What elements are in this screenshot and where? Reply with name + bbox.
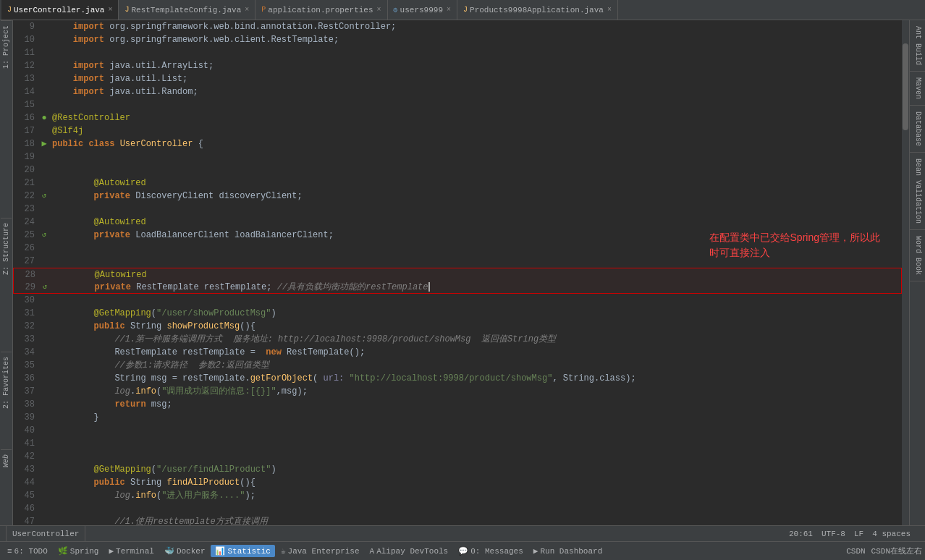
tab-close-icon[interactable]: × — [377, 6, 381, 14]
code-line-12: 12 import java.util.ArrayList; — [13, 59, 902, 72]
code-line-38: 38 return msg; — [13, 398, 902, 411]
code-line-18: 18 ▶ public class UserController { — [13, 137, 902, 150]
status-classname[interactable]: UserController — [6, 526, 85, 541]
java-enterprise-icon: ☕ — [281, 546, 286, 556]
editor-scrollbar[interactable] — [902, 20, 909, 525]
code-line-37: 37 log.info("调用成功返回的信息:[{}]",msg); — [13, 385, 902, 398]
tab-label: Products9998Application.java — [470, 6, 604, 14]
status-lineending: LF — [854, 530, 863, 538]
tab-close-icon[interactable]: × — [108, 6, 112, 14]
bottom-tool-todo[interactable]: ≡ 6: TODO — [3, 546, 52, 557]
code-line-35: 35 //参数1:请求路径 参数2:返回值类型 — [13, 359, 902, 372]
bottom-tool-docker[interactable]: 🐳 Docker — [160, 545, 210, 557]
terminal-label: Terminal — [116, 547, 154, 556]
code-line-13: 13 import java.util.List; — [13, 72, 902, 85]
reload-gutter-icon-25[interactable]: ↺ — [42, 229, 46, 242]
tab-bar: J UserController.java × J RestTemplateCo… — [0, 0, 925, 20]
code-line-16: 16 ● @RestController — [13, 111, 902, 124]
code-line-11: 11 — [13, 46, 902, 59]
reload-gutter-icon-22[interactable]: ↺ — [42, 190, 46, 203]
code-line-20: 20 — [13, 164, 902, 177]
tab-icon: J — [124, 6, 129, 14]
csdn-user-label: CSDN在线左右 — [871, 546, 922, 556]
bean-validation-panel[interactable]: Bean Validation — [910, 153, 925, 230]
bottom-tool-run-dashboard[interactable]: ▶ Run Dashboard — [529, 545, 607, 557]
code-line-23: 23 — [13, 203, 902, 216]
code-line-36: 36 String msg = restTemplate.getForObjec… — [13, 372, 902, 385]
code-line-42: 42 — [13, 450, 902, 463]
java-enterprise-label: Java Enterprise — [288, 547, 360, 556]
tab-close-icon[interactable]: × — [607, 6, 612, 14]
code-line-22: 22 ↺ private DiscoveryClient discoveryCl… — [13, 190, 902, 203]
tab-icon: J — [7, 6, 12, 14]
run-dashboard-label: Run Dashboard — [540, 547, 602, 556]
tab-application-properties[interactable]: P application.properties × — [255, 0, 387, 20]
status-indent: 4 spaces — [872, 530, 911, 538]
favorites-panel-label[interactable]: 2: Favorites — [1, 352, 12, 413]
messages-icon: 💬 — [458, 546, 468, 556]
annotation-popup: 在配置类中已交给Spring管理，所以此 时可直接注入 — [709, 230, 880, 260]
code-line-10: 10 import org.springframework.web.client… — [13, 33, 902, 46]
tab-icon: ⚙ — [394, 6, 398, 14]
tab-label: RestTemplateConfig.java — [131, 6, 241, 14]
tab-resttemplateconfig[interactable]: J RestTemplateConfig.java × — [119, 0, 255, 20]
code-line-45: 45 log.info("进入用户服务...."); — [13, 489, 902, 502]
run-gutter-icon-16[interactable]: ● — [41, 111, 46, 124]
code-line-34: 34 RestTemplate restTemplate = new RestT… — [13, 346, 902, 359]
tab-usercontroller[interactable]: J UserController.java × — [1, 0, 119, 20]
code-line-19: 19 — [13, 150, 902, 164]
code-line-39: 39 } — [13, 411, 902, 424]
code-line-29: 29 ↺ private RestTemplate restTemplate; … — [13, 281, 902, 294]
code-line-14: 14 import java.util.Random; — [13, 85, 902, 98]
code-line-44: 44 public String findAllProduct(){ — [13, 476, 902, 489]
code-line-47: 47 //1.使用resttemplate方式直接调用 — [13, 515, 902, 525]
status-position: 20:61 — [789, 530, 813, 538]
bottom-toolbar: ≡ 6: TODO 🌿 Spring ▶ Terminal 🐳 Docker 📊… — [0, 541, 925, 560]
alipay-label: Alipay DevTools — [376, 547, 448, 556]
run-dashboard-icon: ▶ — [533, 546, 538, 556]
bottom-tool-spring[interactable]: 🌿 Spring — [54, 545, 104, 557]
code-line-21: 21 @Autowired — [13, 177, 902, 190]
todo-icon: ≡ — [7, 547, 12, 556]
reload-gutter-icon-29[interactable]: ↺ — [43, 281, 47, 294]
database-panel[interactable]: Database — [910, 106, 925, 153]
status-bar: UserController 20:61 UTF-8 LF 4 spaces — [0, 525, 925, 541]
csdn-label: CSDN — [846, 547, 865, 556]
docker-label: Docker — [177, 547, 206, 556]
structure-panel-label[interactable]: Z: Structure — [1, 218, 12, 279]
code-line-15: 15 — [13, 98, 902, 111]
word-book-panel[interactable]: Word Book — [910, 230, 925, 281]
code-line-41: 41 — [13, 437, 902, 450]
bottom-tool-messages[interactable]: 💬 0: Messages — [454, 545, 528, 557]
bottom-tool-statistic[interactable]: 📊 Statistic — [211, 545, 274, 557]
ant-build-panel[interactable]: Ant Build — [910, 20, 925, 72]
code-line-28: 28 @Autowired — [13, 268, 902, 281]
todo-label: 6: TODO — [14, 547, 48, 556]
code-line-30: 30 — [13, 294, 902, 307]
bottom-tool-alipay[interactable]: A Alipay DevTools — [366, 546, 453, 557]
tab-close-icon[interactable]: × — [245, 6, 249, 14]
statistic-icon: 📊 — [215, 546, 225, 556]
bottom-tool-terminal[interactable]: ▶ Terminal — [104, 545, 158, 557]
status-right: 20:61 UTF-8 LF 4 spaces — [789, 530, 919, 538]
messages-label: 0: Messages — [470, 547, 523, 556]
tab-close-icon[interactable]: × — [447, 6, 451, 14]
tab-products9998[interactable]: J Products9998Application.java × — [457, 0, 618, 20]
web-panel-label[interactable]: Web — [1, 449, 12, 472]
tab-label: users9999 — [400, 6, 443, 14]
run-gutter-icon-18[interactable]: ▶ — [41, 137, 46, 150]
scrollbar-thumb[interactable] — [903, 43, 908, 130]
docker-icon: 🐳 — [164, 546, 174, 556]
project-panel-label[interactable]: 1: Project — [1, 20, 12, 73]
tab-users9999[interactable]: ⚙ users9999 × — [388, 0, 457, 20]
maven-panel[interactable]: Maven — [910, 72, 925, 106]
annotation-text: 在配置类中已交给Spring管理，所以此 时可直接注入 — [709, 232, 880, 258]
code-line-24: 24 @Autowired — [13, 216, 902, 229]
code-line-33: 33 //1.第一种服务端调用方式 服务地址: http://localhost… — [13, 333, 902, 346]
ide-window: J UserController.java × J RestTemplateCo… — [0, 0, 925, 560]
code-line-9: 9 import org.springframework.web.bind.an… — [13, 20, 902, 33]
left-panels: 1: Project Z: Structure 2: Favorites Web — [0, 20, 13, 525]
bottom-right: CSDN CSDN在线左右 — [846, 546, 922, 556]
bottom-tool-java-enterprise[interactable]: ☕ Java Enterprise — [276, 545, 364, 557]
right-tool-panels: Ant Build Maven Database Bean Validation… — [909, 20, 925, 525]
